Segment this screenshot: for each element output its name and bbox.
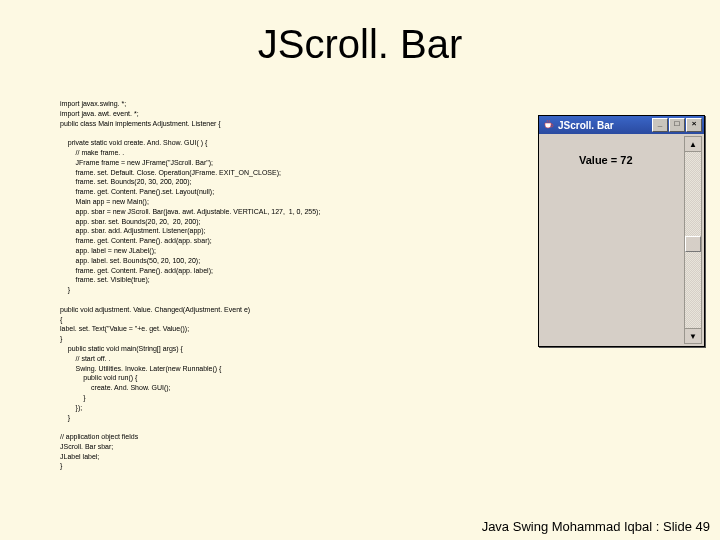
scroll-down-button[interactable]: ▼ [685, 328, 701, 343]
close-button[interactable]: × [686, 118, 702, 132]
maximize-button[interactable]: □ [669, 118, 685, 132]
code-listing: import javax.swing. *; import java. awt.… [60, 99, 530, 471]
scroll-up-button[interactable]: ▲ [685, 137, 701, 152]
window-client-area: Value = 72 ▲ ▼ [539, 134, 704, 346]
slide-title: JScroll. Bar [0, 22, 720, 67]
minimize-button[interactable]: _ [652, 118, 668, 132]
demo-window: JScroll. Bar _ □ × Value = 72 ▲ ▼ [538, 115, 705, 347]
chevron-up-icon: ▲ [689, 140, 697, 149]
vertical-scrollbar[interactable]: ▲ ▼ [684, 136, 702, 344]
scroll-trough[interactable] [685, 152, 701, 328]
titlebar: JScroll. Bar _ □ × [539, 116, 704, 134]
chevron-down-icon: ▼ [689, 332, 697, 341]
slide-footer: Java Swing Mohammad Iqbal : Slide 49 [482, 519, 710, 534]
scroll-thumb[interactable] [685, 236, 701, 252]
window-title: JScroll. Bar [558, 120, 652, 131]
java-cup-icon [541, 118, 555, 132]
value-label: Value = 72 [579, 154, 633, 166]
